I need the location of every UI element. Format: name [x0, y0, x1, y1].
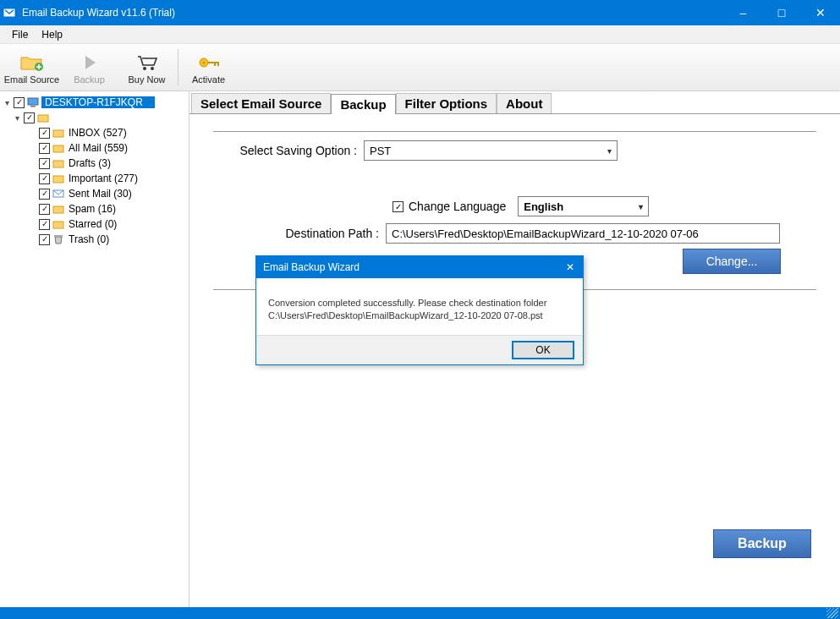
destination-path-value: C:\Users\Fred\Desktop\EmailBackupWizard_…: [392, 227, 699, 240]
status-bar: [0, 607, 840, 619]
tree-item-label: Spam (16): [67, 203, 118, 215]
tree-item-label: INBOX (527): [67, 127, 129, 139]
destination-path-input[interactable]: C:\Users\Fred\Desktop\EmailBackupWizard_…: [386, 223, 780, 244]
checkbox[interactable]: [24, 112, 35, 123]
toolbar-buy-now-label: Buy Now: [128, 74, 165, 85]
title-bar: Email Backup Wizard v11.6 (Trial) ‒ □ ✕: [0, 0, 840, 25]
dialog-message-line2: C:\Users\Fred\Desktop\EmailBackupWizard_…: [268, 310, 571, 322]
tree-item[interactable]: Starred (0): [2, 216, 187, 232]
tree-item-label: Trash (0): [67, 233, 111, 245]
checkbox[interactable]: [39, 204, 50, 215]
change-button[interactable]: Change...: [683, 249, 781, 274]
chevron-down-icon: ▾: [607, 146, 612, 156]
collapse-icon[interactable]: ▾: [12, 113, 22, 123]
cart-icon: [135, 51, 159, 74]
tree-item[interactable]: Trash (0): [2, 232, 187, 247]
close-button[interactable]: ✕: [801, 0, 840, 25]
change-language-label: Change Language: [409, 200, 506, 213]
tab-about[interactable]: About: [497, 93, 552, 113]
toolbar-separator: [178, 49, 178, 85]
chevron-down-icon: ▾: [639, 202, 643, 211]
completion-dialog: Email Backup Wizard ✕ Conversion complet…: [255, 255, 584, 365]
svg-rect-15: [53, 206, 63, 213]
svg-rect-12: [53, 161, 63, 167]
tree-item[interactable]: All Mail (559): [2, 140, 187, 156]
toolbar-buy-now[interactable]: Buy Now: [118, 46, 176, 89]
minimize-button[interactable]: ‒: [723, 0, 762, 25]
dialog-message-line1: Conversion completed successfully. Pleas…: [268, 297, 571, 310]
saving-option-select[interactable]: PST ▾: [364, 140, 618, 161]
destination-path-label: Destination Path :: [213, 227, 386, 240]
folder-icon: [52, 128, 65, 138]
saving-option-value: PST: [370, 145, 391, 157]
dialog-ok-button[interactable]: OK: [512, 341, 574, 359]
tab-filter-options[interactable]: Filter Options: [396, 93, 497, 113]
folder-icon: [52, 189, 65, 199]
play-icon: [80, 51, 100, 74]
tree-item-label: Drafts (3): [67, 157, 113, 169]
language-select[interactable]: English ▾: [518, 196, 649, 216]
checkbox[interactable]: [39, 158, 50, 169]
toolbar-backup[interactable]: Backup: [61, 46, 118, 89]
tree-item[interactable]: Important (277): [2, 171, 187, 186]
menu-help[interactable]: Help: [35, 27, 69, 42]
toolbar-email-source-label: Email Source: [4, 74, 59, 85]
app-icon: [0, 7, 19, 19]
folder-icon: [52, 143, 65, 153]
backup-tab-content: Select Saving Option : PST ▾ Change Lang…: [189, 114, 840, 607]
svg-point-6: [202, 61, 205, 63]
toolbar-activate-label: Activate: [192, 74, 225, 85]
checkbox[interactable]: [39, 189, 50, 200]
maximize-button[interactable]: □: [762, 0, 801, 25]
dialog-close-button[interactable]: ✕: [557, 256, 583, 278]
folder-icon: [52, 204, 65, 214]
folder-tree[interactable]: ▾ DESKTOP-R1FJKQR ▾ INBOX (527)All Mail …: [0, 91, 189, 607]
folder-icon: [52, 158, 65, 168]
tree-item[interactable]: Drafts (3): [2, 156, 187, 171]
tree-item-label: Starred (0): [67, 218, 118, 230]
svg-rect-16: [53, 222, 63, 228]
svg-rect-9: [38, 115, 48, 122]
tab-select-source[interactable]: Select Email Source: [191, 93, 331, 113]
svg-rect-8: [30, 106, 36, 107]
tree-root[interactable]: ▾ DESKTOP-R1FJKQR: [2, 95, 187, 110]
svg-rect-13: [53, 176, 63, 183]
dialog-title: Email Backup Wizard: [263, 261, 557, 273]
menu-bar: File Help: [0, 25, 840, 44]
checkbox[interactable]: [39, 173, 50, 184]
folder-icon: [52, 173, 65, 184]
key-icon: [196, 51, 222, 74]
svg-rect-17: [54, 235, 63, 237]
tree-account[interactable]: ▾: [2, 110, 187, 125]
folder-add-icon: [19, 51, 45, 74]
tree-item[interactable]: Spam (16): [2, 201, 187, 216]
language-value: English: [524, 200, 563, 213]
menu-file[interactable]: File: [5, 27, 35, 42]
checkbox[interactable]: [39, 128, 50, 139]
svg-rect-10: [53, 130, 63, 137]
change-language-checkbox[interactable]: [393, 201, 404, 212]
main-panel: Select Email Source Backup Filter Option…: [189, 91, 840, 607]
toolbar-email-source[interactable]: Email Source: [3, 46, 61, 89]
toolbar-activate[interactable]: Activate: [180, 46, 238, 89]
checkbox[interactable]: [39, 219, 50, 230]
checkbox[interactable]: [39, 143, 50, 154]
collapse-icon[interactable]: ▾: [2, 98, 12, 107]
tree-item[interactable]: INBOX (527): [2, 125, 187, 140]
backup-button[interactable]: Backup: [713, 529, 811, 558]
window-title: Email Backup Wizard v11.6 (Trial): [19, 7, 723, 19]
tree-item-label: Sent Mail (30): [67, 188, 134, 200]
computer-icon: [26, 97, 40, 107]
checkbox[interactable]: [14, 97, 25, 108]
tree-item-label: All Mail (559): [67, 142, 129, 154]
dialog-title-bar[interactable]: Email Backup Wizard ✕: [256, 256, 583, 278]
resize-grip[interactable]: [826, 608, 838, 618]
toolbar-backup-label: Backup: [74, 74, 105, 85]
folder-icon: [52, 234, 65, 244]
folder-icon: [52, 219, 65, 229]
tree-item[interactable]: Sent Mail (30): [2, 186, 187, 201]
tab-backup[interactable]: Backup: [331, 94, 395, 114]
svg-rect-11: [53, 145, 63, 152]
checkbox[interactable]: [39, 234, 50, 245]
dialog-body: Conversion completed successfully. Pleas…: [256, 278, 583, 335]
